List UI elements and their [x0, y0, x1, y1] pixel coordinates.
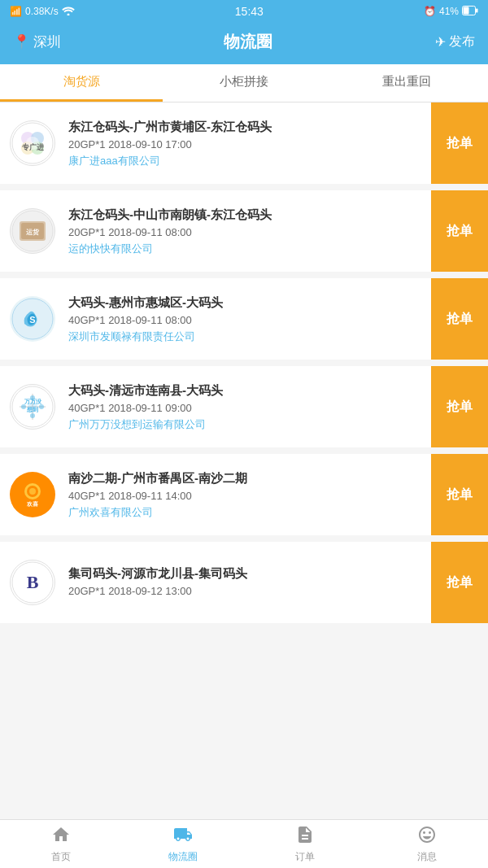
item-info-2: 20GP*1 2018-09-11 08:00: [68, 226, 425, 238]
battery-icon: [462, 6, 478, 18]
svg-text:欢喜: 欢喜: [26, 500, 38, 507]
item-title-1: 东江仓码头-广州市黄埔区-东江仓码头: [68, 118, 425, 135]
svg-rect-2: [464, 7, 469, 14]
list-item: B 集司码头-河源市龙川县-集司码头 20GP*1 2018-09-12 13:…: [0, 542, 488, 623]
item-info-3: 40GP*1 2018-09-11 08:00: [68, 314, 425, 326]
publish-icon: ✈: [435, 34, 446, 50]
svg-rect-1: [476, 8, 478, 12]
item-info-4: 40GP*1 2018-09-11 09:00: [68, 402, 425, 414]
header-publish-button[interactable]: ✈ 发布: [435, 33, 475, 50]
item-logo-4: 万万没 想到: [0, 366, 65, 447]
svg-point-22: [30, 395, 35, 400]
svg-point-24: [21, 404, 26, 409]
item-logo-3: S: [0, 278, 65, 360]
orders-icon: [295, 825, 315, 848]
nav-home-label: 首页: [51, 850, 71, 864]
location-icon: 📍: [13, 33, 30, 50]
list-item: 欢喜 南沙二期-广州市番禺区-南沙二期 40GP*1 2018-09-11 14…: [0, 454, 488, 535]
item-title-4: 大码头-清远市连南县-大码头: [68, 382, 425, 399]
list-item: 运货 东江仓码头-中山市南朗镇-东江仓码头 20GP*1 2018-09-11 …: [0, 190, 488, 272]
svg-point-25: [39, 404, 44, 409]
item-content-5: 南沙二期-广州市番禺区-南沙二期 40GP*1 2018-09-11 14:00…: [65, 454, 431, 535]
item-action-6[interactable]: 抢单: [431, 542, 488, 623]
item-company-2[interactable]: 运的快快有限公司: [68, 242, 425, 256]
wifi-icon: [62, 6, 75, 18]
svg-text:B: B: [27, 572, 39, 592]
svg-point-23: [30, 413, 35, 418]
messages-icon: [417, 825, 437, 848]
list-item: S 大码头-惠州市惠城区-大码头 40GP*1 2018-09-11 08:00…: [0, 278, 488, 360]
item-action-2[interactable]: 抢单: [431, 190, 488, 272]
item-action-3[interactable]: 抢单: [431, 278, 488, 360]
tab-chongchu[interactable]: 重出重回: [325, 64, 488, 102]
nav-messages-label: 消息: [417, 850, 437, 864]
item-title-5: 南沙二期-广州市番禺区-南沙二期: [68, 469, 425, 486]
header-title: 物流圈: [224, 31, 272, 53]
svg-point-21: [28, 402, 37, 412]
item-content-4: 大码头-清远市连南县-大码头 40GP*1 2018-09-11 09:00 广…: [65, 366, 431, 447]
item-info-5: 40GP*1 2018-09-11 14:00: [68, 490, 425, 502]
signal-icon: 📶: [10, 6, 22, 17]
bottom-nav: 首页 物流圈 订单 消息: [0, 819, 488, 868]
signal-speed: 0.38K/s: [25, 6, 59, 17]
nav-item-messages[interactable]: 消息: [366, 820, 488, 868]
item-company-1[interactable]: 康广进aaa有限公司: [68, 154, 425, 168]
item-logo-5: 欢喜: [0, 454, 65, 535]
nav-logistics-label: 物流圈: [168, 850, 198, 864]
tab-bar: 淘货源 小柜拼接 重出重回: [0, 64, 488, 103]
status-time: 15:43: [235, 5, 264, 18]
publish-text: 发布: [449, 33, 475, 50]
item-logo-6: B: [0, 542, 65, 623]
header: 📍 深圳 物流圈 ✈ 发布: [0, 23, 488, 64]
item-title-2: 东江仓码头-中山市南朗镇-东江仓码头: [68, 206, 425, 223]
home-icon: [51, 825, 71, 848]
item-content-2: 东江仓码头-中山市南朗镇-东江仓码头 20GP*1 2018-09-11 08:…: [65, 190, 431, 272]
alarm-icon: ⏰: [424, 6, 436, 17]
item-action-1[interactable]: 抢单: [431, 103, 488, 184]
nav-item-logistics[interactable]: 物流圈: [122, 820, 244, 868]
item-content-1: 东江仓码头-广州市黄埔区-东江仓码头 20GP*1 2018-09-10 17:…: [65, 103, 431, 184]
item-info-6: 20GP*1 2018-09-12 13:00: [68, 585, 425, 597]
battery-level: 41%: [439, 6, 459, 17]
item-title-6: 集司码头-河源市龙川县-集司码头: [68, 565, 425, 582]
item-list: 专广进 东江仓码头-广州市黄埔区-东江仓码头 20GP*1 2018-09-10…: [0, 103, 488, 685]
svg-point-29: [29, 488, 36, 495]
tab-taohuo[interactable]: 淘货源: [0, 64, 163, 102]
svg-text:运货: 运货: [26, 229, 40, 236]
logistics-icon: [173, 825, 193, 848]
list-item: 万万没 想到 大码头-清远市连南县-大码头 40GP*1 2018-09-11 …: [0, 366, 488, 447]
item-content-3: 大码头-惠州市惠城区-大码头 40GP*1 2018-09-11 08:00 深…: [65, 278, 431, 360]
tab-xiaogui[interactable]: 小柜拼接: [163, 64, 325, 102]
item-action-4[interactable]: 抢单: [431, 366, 488, 447]
item-company-4[interactable]: 广州万万没想到运输有限公司: [68, 417, 425, 432]
list-item: 专广进 东江仓码头-广州市黄埔区-东江仓码头 20GP*1 2018-09-10…: [0, 103, 488, 184]
item-company-5[interactable]: 广州欢喜有限公司: [68, 505, 425, 520]
svg-text:专广进: 专广进: [22, 142, 45, 151]
location-text: 深圳: [33, 33, 61, 51]
svg-text:S: S: [29, 315, 35, 325]
nav-item-home[interactable]: 首页: [0, 820, 122, 868]
status-bar: 📶 0.38K/s 15:43 ⏰ 41%: [0, 0, 488, 23]
item-logo-2: 运货: [0, 190, 65, 272]
status-right: ⏰ 41%: [424, 6, 478, 18]
item-info-1: 20GP*1 2018-09-10 17:00: [68, 138, 425, 150]
item-company-3[interactable]: 深圳市发顺禄有限责任公司: [68, 329, 425, 344]
item-title-3: 大码头-惠州市惠城区-大码头: [68, 294, 425, 311]
nav-orders-label: 订单: [295, 850, 315, 864]
item-logo-1: 专广进: [0, 103, 65, 184]
item-content-6: 集司码头-河源市龙川县-集司码头 20GP*1 2018-09-12 13:00: [65, 542, 431, 623]
header-location[interactable]: 📍 深圳: [13, 33, 61, 51]
item-action-5[interactable]: 抢单: [431, 454, 488, 535]
nav-item-orders[interactable]: 订单: [244, 820, 366, 868]
status-left: 📶 0.38K/s: [10, 6, 75, 18]
